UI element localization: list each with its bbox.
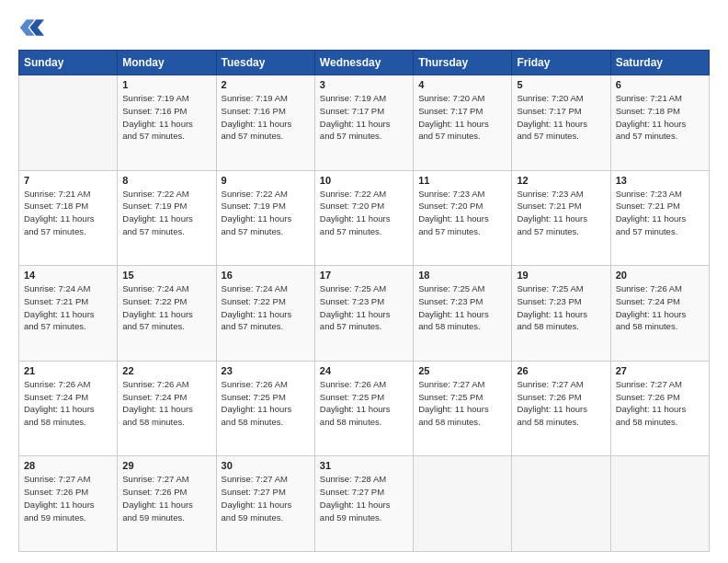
day-info: Sunrise: 7:25 AM Sunset: 7:23 PM Dayligh… (320, 282, 408, 333)
header (18, 15, 710, 40)
logo (18, 15, 46, 40)
calendar-cell: 24Sunrise: 7:26 AM Sunset: 7:25 PM Dayli… (314, 361, 413, 456)
day-info: Sunrise: 7:20 AM Sunset: 7:17 PM Dayligh… (418, 92, 506, 143)
day-number: 8 (122, 175, 210, 186)
calendar-cell: 9Sunrise: 7:22 AM Sunset: 7:19 PM Daylig… (216, 170, 314, 266)
day-info: Sunrise: 7:27 AM Sunset: 7:26 PM Dayligh… (24, 473, 112, 523)
day-info: Sunrise: 7:27 AM Sunset: 7:27 PM Dayligh… (222, 473, 310, 523)
calendar-cell: 7Sunrise: 7:21 AM Sunset: 7:18 PM Daylig… (19, 170, 118, 266)
day-number: 16 (222, 270, 310, 281)
calendar-cell: 14Sunrise: 7:24 AM Sunset: 7:21 PM Dayli… (19, 266, 118, 362)
calendar-cell: 16Sunrise: 7:24 AM Sunset: 7:22 PM Dayli… (216, 266, 314, 362)
day-info: Sunrise: 7:24 AM Sunset: 7:21 PM Dayligh… (24, 282, 112, 333)
day-info: Sunrise: 7:22 AM Sunset: 7:19 PM Dayligh… (122, 188, 210, 238)
calendar-cell: 15Sunrise: 7:24 AM Sunset: 7:22 PM Dayli… (118, 266, 216, 362)
week-row-0: 1Sunrise: 7:19 AM Sunset: 7:16 PM Daylig… (19, 75, 710, 171)
calendar-cell: 2Sunrise: 7:19 AM Sunset: 7:16 PM Daylig… (216, 75, 314, 171)
day-number: 26 (517, 365, 605, 376)
day-number: 4 (418, 79, 506, 90)
calendar-table: SundayMondayTuesdayWednesdayThursdayFrid… (18, 50, 710, 552)
day-number: 13 (616, 175, 704, 186)
week-row-3: 21Sunrise: 7:26 AM Sunset: 7:24 PM Dayli… (19, 361, 710, 456)
day-number: 29 (122, 460, 210, 471)
day-number: 7 (24, 175, 112, 186)
day-number: 28 (24, 460, 112, 471)
calendar-cell: 28Sunrise: 7:27 AM Sunset: 7:26 PM Dayli… (19, 456, 118, 552)
day-info: Sunrise: 7:21 AM Sunset: 7:18 PM Dayligh… (616, 92, 704, 143)
day-number: 1 (122, 79, 210, 90)
day-number: 20 (616, 270, 704, 281)
day-info: Sunrise: 7:28 AM Sunset: 7:27 PM Dayligh… (320, 473, 408, 523)
day-info: Sunrise: 7:23 AM Sunset: 7:21 PM Dayligh… (517, 188, 605, 238)
day-info: Sunrise: 7:22 AM Sunset: 7:19 PM Dayligh… (222, 188, 310, 238)
day-number: 23 (222, 365, 310, 376)
calendar-cell: 31Sunrise: 7:28 AM Sunset: 7:27 PM Dayli… (314, 456, 413, 552)
day-number: 5 (517, 79, 605, 90)
calendar-cell: 1Sunrise: 7:19 AM Sunset: 7:16 PM Daylig… (118, 75, 216, 171)
day-number: 21 (24, 365, 112, 376)
day-number: 31 (320, 460, 408, 471)
day-info: Sunrise: 7:27 AM Sunset: 7:26 PM Dayligh… (616, 378, 704, 429)
calendar-cell: 23Sunrise: 7:26 AM Sunset: 7:25 PM Dayli… (216, 361, 314, 456)
day-number: 27 (616, 365, 704, 376)
calendar-cell: 10Sunrise: 7:22 AM Sunset: 7:20 PM Dayli… (314, 170, 413, 266)
calendar-cell (610, 456, 709, 552)
header-day-sunday: Sunday (19, 51, 118, 75)
calendar-cell: 12Sunrise: 7:23 AM Sunset: 7:21 PM Dayli… (512, 170, 610, 266)
calendar-cell: 3Sunrise: 7:19 AM Sunset: 7:17 PM Daylig… (314, 75, 413, 171)
day-number: 17 (320, 270, 408, 281)
page: SundayMondayTuesdayWednesdayThursdayFrid… (0, 0, 728, 563)
header-day-friday: Friday (512, 51, 610, 75)
day-info: Sunrise: 7:25 AM Sunset: 7:23 PM Dayligh… (517, 282, 605, 333)
day-info: Sunrise: 7:27 AM Sunset: 7:26 PM Dayligh… (517, 378, 605, 429)
calendar-cell: 21Sunrise: 7:26 AM Sunset: 7:24 PM Dayli… (19, 361, 118, 456)
calendar-cell: 5Sunrise: 7:20 AM Sunset: 7:17 PM Daylig… (512, 75, 610, 171)
day-number: 19 (517, 270, 605, 281)
day-number: 3 (320, 79, 408, 90)
week-row-1: 7Sunrise: 7:21 AM Sunset: 7:18 PM Daylig… (19, 170, 710, 266)
day-number: 12 (517, 175, 605, 186)
day-info: Sunrise: 7:27 AM Sunset: 7:25 PM Dayligh… (418, 378, 506, 429)
calendar-cell: 6Sunrise: 7:21 AM Sunset: 7:18 PM Daylig… (610, 75, 709, 171)
calendar-cell: 27Sunrise: 7:27 AM Sunset: 7:26 PM Dayli… (610, 361, 709, 456)
day-info: Sunrise: 7:25 AM Sunset: 7:23 PM Dayligh… (418, 282, 506, 333)
calendar-cell: 17Sunrise: 7:25 AM Sunset: 7:23 PM Dayli… (314, 266, 413, 362)
logo-icon (18, 15, 44, 40)
calendar-cell: 13Sunrise: 7:23 AM Sunset: 7:21 PM Dayli… (610, 170, 709, 266)
day-number: 6 (616, 79, 704, 90)
day-info: Sunrise: 7:24 AM Sunset: 7:22 PM Dayligh… (222, 282, 310, 333)
day-info: Sunrise: 7:26 AM Sunset: 7:24 PM Dayligh… (122, 378, 210, 429)
header-day-tuesday: Tuesday (216, 51, 314, 75)
header-day-saturday: Saturday (610, 51, 709, 75)
day-number: 2 (222, 79, 310, 90)
day-number: 18 (418, 270, 506, 281)
day-number: 10 (320, 175, 408, 186)
day-info: Sunrise: 7:24 AM Sunset: 7:22 PM Dayligh… (122, 282, 210, 333)
header-day-monday: Monday (118, 51, 216, 75)
header-day-wednesday: Wednesday (314, 51, 413, 75)
calendar-cell: 20Sunrise: 7:26 AM Sunset: 7:24 PM Dayli… (610, 266, 709, 362)
calendar-cell: 19Sunrise: 7:25 AM Sunset: 7:23 PM Dayli… (512, 266, 610, 362)
day-number: 15 (122, 270, 210, 281)
header-day-thursday: Thursday (414, 51, 512, 75)
calendar-cell: 25Sunrise: 7:27 AM Sunset: 7:25 PM Dayli… (414, 361, 512, 456)
header-row: SundayMondayTuesdayWednesdayThursdayFrid… (19, 51, 710, 75)
day-number: 30 (222, 460, 310, 471)
day-number: 9 (222, 175, 310, 186)
week-row-2: 14Sunrise: 7:24 AM Sunset: 7:21 PM Dayli… (19, 266, 710, 362)
calendar-cell (512, 456, 610, 552)
day-info: Sunrise: 7:19 AM Sunset: 7:16 PM Dayligh… (222, 92, 310, 143)
day-number: 14 (24, 270, 112, 281)
calendar-cell: 8Sunrise: 7:22 AM Sunset: 7:19 PM Daylig… (118, 170, 216, 266)
calendar-cell (414, 456, 512, 552)
week-row-4: 28Sunrise: 7:27 AM Sunset: 7:26 PM Dayli… (19, 456, 710, 552)
day-info: Sunrise: 7:19 AM Sunset: 7:16 PM Dayligh… (122, 92, 210, 143)
day-number: 24 (320, 365, 408, 376)
day-number: 22 (122, 365, 210, 376)
day-info: Sunrise: 7:23 AM Sunset: 7:21 PM Dayligh… (616, 188, 704, 238)
day-info: Sunrise: 7:26 AM Sunset: 7:24 PM Dayligh… (616, 282, 704, 333)
calendar-cell: 29Sunrise: 7:27 AM Sunset: 7:26 PM Dayli… (118, 456, 216, 552)
day-info: Sunrise: 7:26 AM Sunset: 7:25 PM Dayligh… (320, 378, 408, 429)
day-info: Sunrise: 7:22 AM Sunset: 7:20 PM Dayligh… (320, 188, 408, 238)
day-info: Sunrise: 7:26 AM Sunset: 7:24 PM Dayligh… (24, 378, 112, 429)
